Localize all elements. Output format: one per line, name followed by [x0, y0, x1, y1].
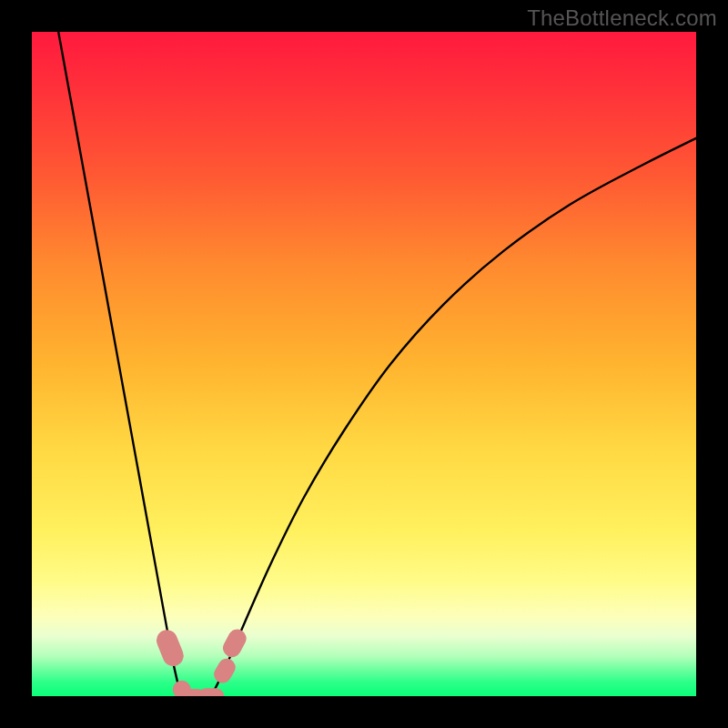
curve-right-branch — [211, 138, 696, 696]
chart-frame: TheBottleneck.com — [0, 0, 728, 728]
curve-left-branch — [58, 32, 181, 696]
valley-right-blob — [198, 688, 225, 696]
bottleneck-curve — [32, 32, 696, 696]
plot-area — [32, 32, 696, 696]
watermark-text: TheBottleneck.com — [527, 5, 717, 31]
